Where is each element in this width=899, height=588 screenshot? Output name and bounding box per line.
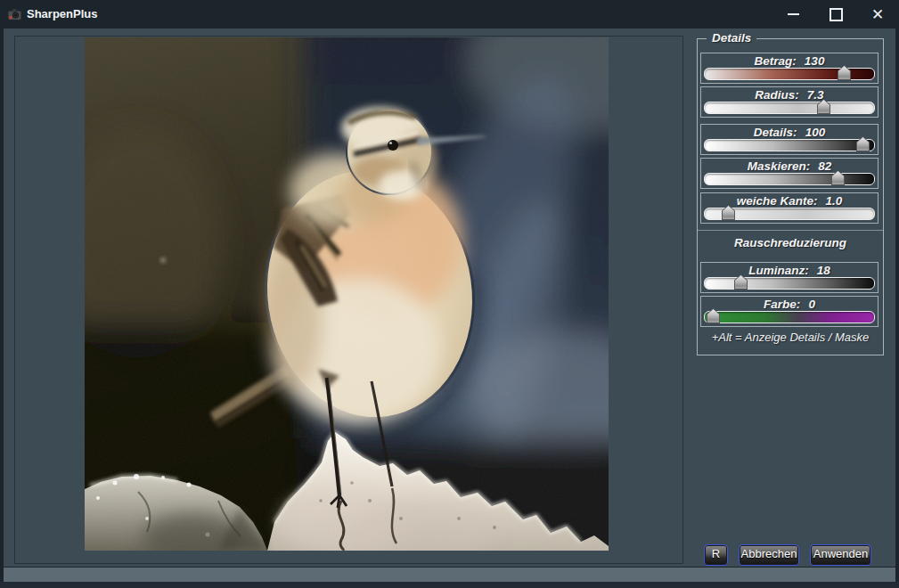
slider-farbe: Farbe:0 bbox=[700, 296, 879, 327]
section-title-rauschreduzierung: Rauschreduzierung bbox=[698, 236, 883, 249]
slider-farbe-value: 0 bbox=[808, 298, 815, 311]
slider-weiche-kante-track[interactable] bbox=[704, 208, 875, 220]
slider-details-label: Details: bbox=[754, 126, 797, 139]
maximize-icon bbox=[830, 8, 843, 21]
slider-betrag-track[interactable] bbox=[704, 68, 875, 80]
slider-maskieren-label: Maskieren: bbox=[748, 159, 811, 173]
group-legend: Details bbox=[707, 31, 756, 45]
slider-radius: Radius:7.3 bbox=[700, 86, 879, 118]
slider-weiche-kante-value: 1.0 bbox=[826, 194, 843, 208]
slider-betrag-value: 130 bbox=[805, 54, 825, 68]
slider-maskieren-value: 82 bbox=[818, 159, 831, 173]
slider-details-track[interactable] bbox=[704, 139, 875, 151]
slider-luminanz-thumb[interactable] bbox=[734, 274, 748, 290]
slider-weiche-kante-thumb[interactable] bbox=[722, 205, 735, 220]
slider-luminanz-track[interactable] bbox=[704, 277, 875, 290]
slider-weiche-kante-label: weiche Kante: bbox=[737, 194, 818, 208]
slider-farbe-track[interactable] bbox=[704, 311, 875, 323]
sharpenplus-window: SharpenPlus ✕ bbox=[0, 0, 899, 588]
camera-app-icon bbox=[7, 6, 23, 22]
slider-details: Details:100 bbox=[700, 124, 879, 155]
slider-luminanz-label: Luminanz: bbox=[748, 264, 809, 277]
slider-radius-thumb[interactable] bbox=[817, 99, 830, 114]
minimize-button[interactable] bbox=[780, 4, 806, 25]
apply-button[interactable]: Anwenden bbox=[810, 544, 871, 566]
slider-farbe-label: Farbe: bbox=[764, 298, 800, 311]
slider-luminanz: Luminanz:18 bbox=[700, 262, 879, 293]
slider-luminanz-value: 18 bbox=[817, 264, 830, 277]
maximize-button[interactable] bbox=[822, 4, 849, 25]
slider-details-thumb[interactable] bbox=[856, 136, 870, 151]
slider-maskieren-thumb[interactable] bbox=[831, 170, 845, 185]
client-area: Details Betrag:130 Radius:7.3 Details:10… bbox=[4, 29, 895, 567]
close-icon: ✕ bbox=[871, 7, 884, 22]
slider-betrag-thumb[interactable] bbox=[838, 65, 851, 80]
close-button[interactable]: ✕ bbox=[864, 4, 891, 25]
preview-image-bird bbox=[85, 37, 609, 551]
slider-maskieren: Maskieren:82 bbox=[700, 158, 879, 189]
titlebar: SharpenPlus ✕ bbox=[0, 0, 899, 29]
slider-maskieren-track[interactable] bbox=[704, 173, 875, 185]
window-bottom-edge bbox=[0, 582, 899, 588]
slider-radius-value: 7.3 bbox=[807, 88, 824, 102]
slider-radius-label: Radius: bbox=[755, 88, 799, 102]
minimize-icon bbox=[788, 13, 799, 15]
slider-betrag: Betrag:130 bbox=[700, 53, 879, 84]
group-separator bbox=[698, 230, 883, 231]
alt-hint-text: +Alt = Anzeige Details / Maske bbox=[698, 331, 883, 344]
status-bar bbox=[4, 568, 895, 582]
window-title: SharpenPlus bbox=[27, 0, 97, 29]
slider-radius-track[interactable] bbox=[704, 102, 875, 114]
slider-betrag-label: Betrag: bbox=[755, 54, 797, 68]
slider-weiche-kante: weiche Kante:1.0 bbox=[700, 192, 879, 224]
slider-details-value: 100 bbox=[805, 126, 826, 139]
reset-button[interactable]: R bbox=[704, 544, 728, 566]
details-groupbox: Details Betrag:130 Radius:7.3 Details:10… bbox=[697, 38, 884, 355]
cancel-button[interactable]: Abbrechen bbox=[739, 544, 799, 566]
slider-farbe-thumb[interactable] bbox=[707, 308, 720, 323]
